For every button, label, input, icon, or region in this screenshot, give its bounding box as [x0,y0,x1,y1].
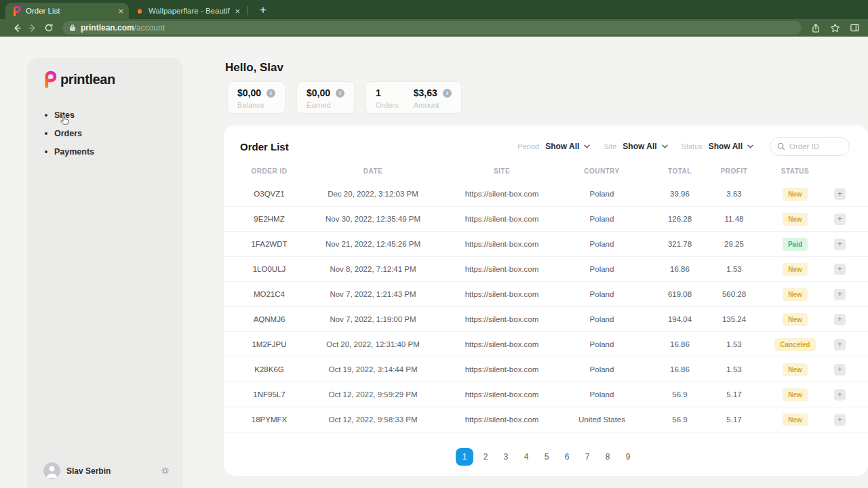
site-cell: https://silent-box.com [448,240,556,248]
country-cell: Poland [556,215,648,223]
expand-row-button[interactable]: + [834,364,846,375]
back-icon[interactable] [8,20,24,35]
total-cell: 39.96 [648,190,712,198]
page-button[interactable]: 4 [518,448,534,466]
side-panel-icon[interactable] [850,23,860,33]
nav-label: Payments [54,147,94,157]
status-filter-dropdown[interactable]: Show All [709,142,753,151]
site-cell: https://silent-box.com [448,415,556,424]
sidebar-item-orders[interactable]: Orders [45,129,94,138]
page-button[interactable]: 8 [599,448,616,466]
col-site: SITE [448,167,556,175]
profit-cell: 5.17 [712,415,756,424]
expand-row-button[interactable]: + [834,239,846,250]
earned-value: $0,00 [307,87,330,98]
bookmark-star-icon[interactable] [830,23,840,33]
balance-card: $0,00 i Balance [227,81,285,114]
profit-cell: 1.53 [712,365,756,373]
date-cell: Oct 12, 2022, 9:58:33 PM [298,415,448,424]
status-badge: Paid [783,238,808,251]
total-cell: 56.9 [648,415,712,424]
tab-wallpaperflare[interactable]: Wallpaperflare - Beautiful HD × [129,3,245,19]
table-row: MO21C4 Nov 7, 2022, 1:21:43 PM https://s… [224,282,868,307]
order-id-search [770,137,850,156]
sidebar-item-sites[interactable]: Sites [45,110,94,120]
gear-icon[interactable] [161,466,170,475]
info-icon[interactable]: i [336,89,344,98]
page-button[interactable]: 7 [579,448,595,466]
mouse-cursor [58,114,69,125]
new-tab-button[interactable]: + [255,4,271,16]
order-id-cell: 1LO0ULJ [240,265,298,273]
site-filter-dropdown[interactable]: Show All [623,142,667,151]
sidebar-item-payments[interactable]: Payments [45,147,94,157]
expand-row-button[interactable]: + [834,264,846,275]
expand-row-button[interactable]: + [834,214,846,225]
order-id-cell: AQNMJ6 [240,315,298,323]
page-button[interactable]: 3 [498,448,514,466]
avatar [43,462,60,479]
tab-strip: Order List × Wallpaperflare - Beautiful … [0,0,868,19]
table-header: ORDER ID DATE SITE COUNTRY TOTAL PROFIT … [224,161,868,182]
table-row: 1NF95L7 Oct 12, 2022, 9:59:29 PM https:/… [224,382,868,407]
date-cell: Nov 7, 2022, 1:19:00 PM [298,315,448,323]
expand-row-button[interactable]: + [834,289,846,300]
period-filter-label: Period [517,142,539,150]
site-cell: https://silent-box.com [448,215,556,223]
expand-row-button[interactable]: + [834,314,846,325]
country-cell: Poland [556,315,648,323]
url-text: printlean.com/account [81,23,165,33]
order-list-card: Order List Period Show All Site Show All [224,125,868,476]
expand-row-button[interactable]: + [834,389,846,401]
order-id-cell: 1FA2WDT [240,240,298,248]
expand-row-button[interactable]: + [834,188,846,200]
orders-count-label: Orders [376,101,399,109]
tab-order-list[interactable]: Order List × [5,3,129,19]
info-icon[interactable]: i [267,89,275,98]
table-row: K28K6G Oct 19, 2022, 3:14:44 PM https://… [224,357,868,382]
table-row: 18PYMFX Oct 12, 2022, 9:58:33 PM https:/… [224,407,868,432]
screen: Order List × Wallpaperflare - Beautiful … [0,0,868,488]
info-icon[interactable]: i [443,89,452,98]
total-cell: 16.86 [648,340,712,348]
page-button[interactable]: 9 [620,448,636,466]
expand-row-button[interactable]: + [834,339,846,350]
status-badge: New [783,388,808,401]
earned-label: Earned [307,101,344,109]
total-cell: 16.86 [648,265,712,273]
bullet-icon [45,150,47,153]
date-cell: Oct 20, 2022, 12:31:40 PM [298,340,448,348]
page-button[interactable]: 6 [559,448,575,466]
profit-cell: 29.25 [712,240,756,248]
site-cell: https://silent-box.com [448,315,556,323]
total-cell: 126.28 [648,215,712,223]
country-cell: Poland [556,240,648,248]
tab-close-icon[interactable]: × [118,7,123,16]
country-cell: Poland [556,190,648,198]
site-cell: https://silent-box.com [448,390,556,399]
address-bar[interactable]: printlean.com/account [62,21,802,35]
order-id-cell: 18PYMFX [240,415,298,424]
page-button[interactable]: 2 [477,448,494,466]
printlean-logo-icon [43,71,56,88]
balance-label: Balance [237,101,275,109]
period-filter-dropdown[interactable]: Show All [545,142,590,151]
forward-icon[interactable] [24,20,41,35]
site-cell: https://silent-box.com [448,365,556,373]
expand-row-button[interactable]: + [834,414,846,426]
tab-close-icon[interactable]: × [235,7,240,16]
order-id-search-input[interactable] [789,142,842,150]
page-button[interactable]: 1 [456,448,473,466]
profit-cell: 5.17 [712,390,756,399]
page-button[interactable]: 5 [538,448,555,466]
flame-favicon-icon [136,7,144,16]
orders-amount-card: 1 Orders $3,63 i Amount [366,81,462,114]
earned-card: $0,00 i Earned [296,81,355,114]
profit-cell: 560.28 [712,290,756,298]
reload-icon[interactable] [41,20,57,35]
profit-cell: 3.63 [712,190,756,198]
chevron-down-icon [747,144,753,148]
share-icon[interactable] [811,23,821,33]
balance-value: $0,00 [237,87,261,98]
table-row: 1FA2WDT Nov 21, 2022, 12:45:26 PM https:… [224,232,868,257]
